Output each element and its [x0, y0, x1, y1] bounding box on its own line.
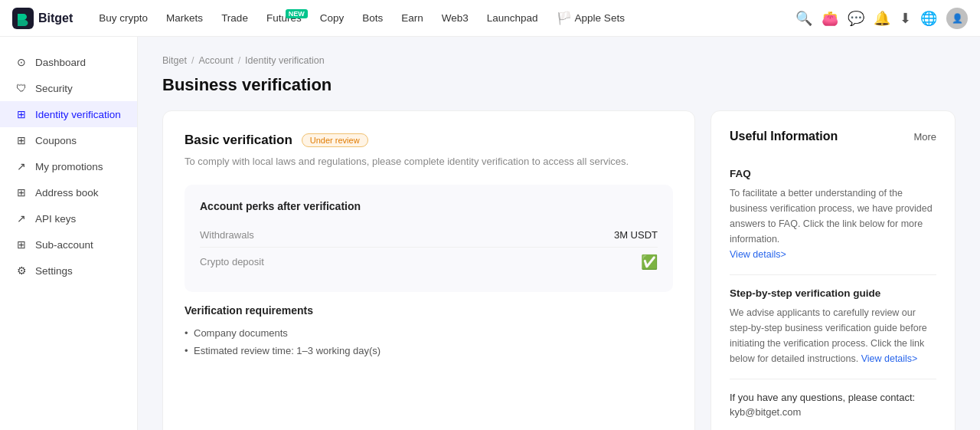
sidebar-item-label: Settings: [35, 265, 73, 277]
nav-launchpad[interactable]: Launchpad: [479, 8, 546, 28]
main-content: Bitget / Account / Identity verification…: [138, 37, 980, 430]
nav-copy[interactable]: Copy: [312, 8, 352, 28]
download-icon[interactable]: ⬇: [900, 10, 911, 27]
breadcrumb: Bitget / Account / Identity verification: [162, 55, 956, 66]
req-item-documents: Company documents: [185, 324, 673, 342]
nav-web3[interactable]: Web3: [434, 8, 476, 28]
nav-right: 🔍 👛 💬 🔔 ⬇ 🌐 👤: [795, 8, 968, 29]
nav-trade[interactable]: Trade: [214, 8, 256, 28]
perk-withdrawals-label: Withdrawals: [200, 229, 254, 241]
perks-title: Account perks after verification: [200, 200, 658, 212]
nav-apple-sets[interactable]: 🏳️ Apple Sets: [549, 6, 632, 30]
nav-earn[interactable]: Earn: [394, 8, 431, 28]
sidebar-item-sub-account[interactable]: ⊞ Sub-account: [0, 231, 137, 258]
bell-icon[interactable]: 🔔: [874, 10, 890, 27]
contact-label: If you have any questions, please contac…: [730, 392, 936, 403]
user-avatar[interactable]: 👤: [946, 8, 968, 29]
sidebar-item-label: API keys: [35, 213, 76, 225]
logo[interactable]: Bitget: [12, 8, 73, 29]
breadcrumb-account[interactable]: Account: [198, 55, 233, 66]
info-section-faq: FAQ To facilitate a better understanding…: [730, 156, 936, 275]
sidebar-item-promotions[interactable]: ↗ My promotions: [0, 153, 137, 179]
nav-futures[interactable]: Futures NEW: [259, 8, 309, 28]
side-card: Useful Information More FAQ To facilitat…: [710, 110, 956, 430]
sidebar-item-label: Security: [35, 83, 73, 94]
side-card-header: Useful Information More: [730, 130, 936, 143]
perk-row-deposit: Crypto deposit ✅: [200, 248, 658, 277]
sidebar-item-security[interactable]: 🛡 Security: [0, 75, 137, 101]
card-subtitle: To comply with local laws and regulation…: [185, 154, 673, 169]
coupons-icon: ⊞: [15, 134, 28, 146]
sidebar-item-address-book[interactable]: ⊞ Address book: [0, 179, 137, 205]
info-section-contact: If you have any questions, please contac…: [730, 379, 936, 430]
perk-deposit-label: Crypto deposit: [200, 256, 264, 268]
perks-box: Account perks after verification Withdra…: [185, 185, 673, 292]
sidebar-item-label: Sub-account: [35, 239, 93, 251]
card-header: Basic verification Under review: [185, 133, 673, 148]
requirements-title: Verification requirements: [185, 304, 673, 317]
page-layout: ⊙ Dashboard 🛡 Security ⊞ Identity verifi…: [0, 37, 980, 430]
faq-view-details-link[interactable]: View details>: [730, 249, 786, 260]
faq-text: To facilitate a better understanding of …: [730, 185, 936, 262]
check-icon: ✅: [641, 254, 658, 271]
perk-withdrawals-value: 3M USDT: [614, 229, 658, 241]
breadcrumb-current: Identity verification: [245, 55, 325, 66]
more-button[interactable]: More: [913, 131, 936, 143]
nav-bots[interactable]: Bots: [354, 8, 390, 28]
sidebar-item-label: Address book: [35, 187, 99, 199]
guide-view-details-link[interactable]: View details>: [861, 353, 918, 364]
requirements-list: Company documents Estimated review time:…: [185, 324, 673, 359]
perk-row-withdrawals: Withdrawals 3M USDT: [200, 223, 658, 248]
sidebar-item-settings[interactable]: ⚙ Settings: [0, 258, 137, 284]
subaccount-icon: ⊞: [15, 238, 28, 251]
identity-icon: ⊞: [15, 108, 28, 120]
api-icon: ↗: [15, 212, 28, 225]
wallet-icon[interactable]: 👛: [822, 10, 838, 27]
status-badge: Under review: [302, 133, 368, 147]
card-title: Basic verification: [185, 133, 292, 148]
chat-icon[interactable]: 💬: [848, 10, 864, 27]
contact-email: kyb@bitget.com: [730, 406, 936, 418]
promotions-icon: ↗: [15, 160, 28, 172]
settings-icon: ⚙: [15, 264, 28, 277]
logo-text: Bitget: [38, 11, 73, 25]
search-icon[interactable]: 🔍: [795, 10, 812, 27]
top-navigation: Bitget Buy crypto Markets Trade Futures …: [0, 0, 980, 37]
nav-markets[interactable]: Markets: [158, 8, 211, 28]
sidebar-item-coupons[interactable]: ⊞ Coupons: [0, 127, 137, 153]
sidebar-item-identity-verification[interactable]: ⊞ Identity verification: [0, 101, 137, 127]
sidebar-item-api-keys[interactable]: ↗ API keys: [0, 205, 137, 231]
page-title: Business verification: [162, 75, 956, 95]
sidebar-item-label: Coupons: [35, 135, 77, 146]
content-grid: Basic verification Under review To compl…: [162, 110, 956, 430]
nav-buy-crypto[interactable]: Buy crypto: [91, 8, 155, 28]
security-icon: 🛡: [15, 82, 28, 94]
breadcrumb-bitget[interactable]: Bitget: [162, 55, 187, 66]
nav-items: Buy crypto Markets Trade Futures NEW Cop…: [91, 6, 795, 30]
req-item-review-time: Estimated review time: 1–3 working day(s…: [185, 342, 673, 359]
globe-icon[interactable]: 🌐: [920, 10, 937, 27]
guide-title: Step-by-step verification guide: [730, 287, 936, 299]
futures-badge: NEW: [286, 9, 308, 18]
guide-text: We advise applicants to carefully review…: [730, 305, 936, 366]
side-card-title: Useful Information: [730, 130, 838, 143]
sidebar-item-dashboard[interactable]: ⊙ Dashboard: [0, 49, 137, 75]
sidebar-item-label: My promotions: [35, 161, 103, 172]
address-icon: ⊞: [15, 186, 28, 199]
sidebar-item-label: Dashboard: [35, 57, 86, 68]
sidebar-item-label: Identity verification: [35, 109, 121, 120]
dashboard-icon: ⊙: [15, 56, 28, 68]
faq-title: FAQ: [730, 168, 936, 179]
info-section-guide: Step-by-step verification guide We advis…: [730, 275, 936, 379]
apple-icon: 🏳️: [557, 11, 572, 25]
main-card: Basic verification Under review To compl…: [162, 110, 695, 430]
sidebar: ⊙ Dashboard 🛡 Security ⊞ Identity verifi…: [0, 37, 138, 430]
